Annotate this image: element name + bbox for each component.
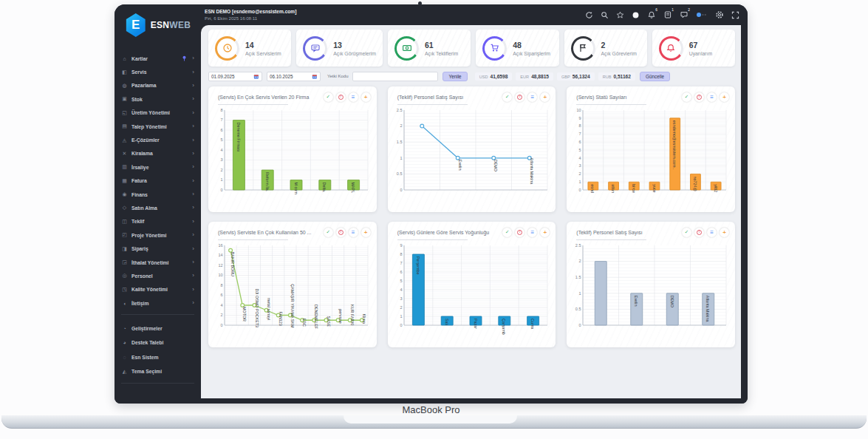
chat-icon[interactable]: 2 bbox=[680, 10, 688, 19]
stat-card-acik-servislerim[interactable]: 14Açık Servislerim bbox=[208, 30, 291, 67]
move-icon[interactable]: + bbox=[361, 228, 371, 237]
sidebar-item-siparis[interactable]: ◨Sipariş› bbox=[121, 242, 194, 255]
sidebar-item-i-letisim[interactable]: ◖İletişim› bbox=[121, 296, 194, 310]
sidebar-item-esn-sistem[interactable]: ◌Esn Sistem bbox=[121, 350, 194, 364]
check-icon[interactable]: ✓ bbox=[502, 92, 512, 102]
refresh-icon[interactable] bbox=[585, 11, 593, 19]
category-label: Çarşamba bbox=[502, 319, 506, 335]
stat-card-uyarilarim[interactable]: 67Uyarılarım bbox=[652, 30, 735, 67]
legend-icon[interactable]: ≡ bbox=[349, 228, 358, 237]
stat-card-acik-gorusmelerim[interactable]: 13Açık Görüşmelerim bbox=[296, 30, 383, 67]
date-from-field[interactable] bbox=[208, 72, 262, 81]
sidebar-item-pazarlama[interactable]: ◍Pazarlama› bbox=[121, 79, 194, 92]
settings-gear-icon[interactable] bbox=[715, 10, 724, 19]
charts-grid: (Servis) En Çok Servis Verilen 20 Firma✓… bbox=[208, 86, 735, 347]
theme-dot-icon[interactable] bbox=[632, 11, 640, 19]
alert-icon[interactable]: ! bbox=[515, 228, 524, 237]
date-to-input[interactable] bbox=[270, 74, 310, 79]
sidebar-item-proje-yonetimi[interactable]: ◰Proje Yönetimi› bbox=[121, 228, 194, 242]
rate-value: 41,6598 bbox=[490, 74, 508, 79]
sidebar-item-uretim-yonetimi[interactable]: ◱Üretim Yönetimi› bbox=[121, 106, 194, 120]
sidebar-item-kalite-yonetimi[interactable]: ◳Kalite Yönetimi› bbox=[121, 283, 194, 296]
chevron-right-icon: › bbox=[192, 151, 194, 157]
yetki-kodu-input[interactable] bbox=[352, 72, 438, 81]
sidebar-item-fatura[interactable]: ▦Fatura› bbox=[121, 174, 194, 188]
chat-badge: 2 bbox=[686, 7, 691, 13]
sidebar-item-i-thalat-yonetimi[interactable]: ◲İthalat Yönetimi› bbox=[121, 256, 194, 269]
legend-icon[interactable]: ≡ bbox=[527, 228, 537, 237]
chevron-right-icon: › bbox=[192, 69, 194, 75]
documents-icon[interactable]: 1 bbox=[663, 10, 672, 19]
sidebar-item-stok[interactable]: ▣Stok› bbox=[121, 92, 194, 106]
dashboard-content: 14Açık Servislerim13Açık Görüşmelerim61A… bbox=[201, 25, 741, 398]
sidebar-item-finans[interactable]: ◉Finans› bbox=[121, 188, 194, 201]
search-icon[interactable] bbox=[601, 11, 609, 19]
announcement-icon[interactable]: 6 bbox=[647, 10, 656, 19]
stat-card-acik-siparislerim[interactable]: 48Açık Siparişlerim bbox=[476, 30, 558, 67]
y-tick-label: 16 bbox=[218, 243, 222, 248]
sidebar-item-personel[interactable]: ◎Personel› bbox=[121, 269, 194, 282]
guncelle-button[interactable]: Güncelle bbox=[640, 72, 670, 81]
sidebar-item-teklif[interactable]: ◫Teklif› bbox=[121, 215, 194, 228]
fullscreen-icon[interactable] bbox=[731, 11, 739, 19]
stat-value: 2 bbox=[601, 41, 637, 50]
sidebar-item-destek-talebi[interactable]: ◕Destek Talebi bbox=[121, 336, 194, 350]
date-to-field[interactable] bbox=[267, 72, 321, 81]
move-icon[interactable]: + bbox=[720, 92, 729, 102]
stat-value: 67 bbox=[689, 41, 712, 50]
alert-icon[interactable]: ! bbox=[515, 92, 524, 102]
star-icon[interactable] bbox=[616, 11, 624, 19]
move-icon[interactable]: + bbox=[720, 228, 729, 237]
category-label: MOTOR bbox=[242, 307, 247, 321]
contact-icon: ◖ bbox=[121, 301, 128, 306]
alert-icon[interactable]: ! bbox=[336, 92, 346, 102]
stat-text: 13Açık Görüşmelerim bbox=[333, 41, 376, 56]
category-label: DENEMELEF bbox=[314, 304, 318, 330]
sidebar-item-satin-alma[interactable]: ◇Satın Alma› bbox=[121, 201, 194, 214]
legend-icon[interactable]: ≡ bbox=[707, 228, 717, 237]
check-icon[interactable]: ✓ bbox=[324, 92, 333, 102]
theme-icon: ◭ bbox=[121, 369, 128, 375]
invoice-icon: ▦ bbox=[121, 178, 128, 184]
sidebar-item-talep-yonetimi[interactable]: ▤Talep Yönetimi› bbox=[121, 120, 194, 133]
check-icon[interactable]: ✓ bbox=[324, 228, 333, 237]
stat-text: 14Açık Servislerim bbox=[245, 41, 281, 56]
sidebar-item-i-rsaliye[interactable]: ▥İrsaliye› bbox=[121, 160, 194, 174]
yenile-button[interactable]: Yenile bbox=[442, 72, 467, 81]
sidebar-item-kiralama[interactable]: ✕Kiralama› bbox=[121, 147, 194, 160]
progress-ring bbox=[571, 36, 595, 61]
alert-icon[interactable]: ! bbox=[694, 228, 704, 237]
move-icon[interactable]: + bbox=[540, 228, 550, 237]
title-underline bbox=[397, 104, 468, 105]
sidebar-item-e-cozumler[interactable]: ◬E-Çözümler› bbox=[121, 133, 194, 146]
category-label: ÇAMAŞIR YIKAMA SKM bbox=[290, 284, 295, 328]
sidebar-item-label: Esn Sistem bbox=[131, 355, 159, 360]
legend-icon[interactable]: ≡ bbox=[527, 92, 537, 102]
legend-icon[interactable]: ≡ bbox=[707, 92, 717, 102]
toggle-icon[interactable] bbox=[696, 11, 708, 18]
sidebar-item-servis[interactable]: ◧Servis› bbox=[121, 65, 194, 78]
y-tick-label: 1.5 bbox=[397, 140, 403, 144]
sidebar-item-kartlar[interactable]: ⌂Kartlar› bbox=[121, 52, 194, 65]
alert-icon[interactable]: ! bbox=[336, 228, 346, 237]
project-icon: ◰ bbox=[121, 232, 128, 238]
date-from-input[interactable] bbox=[211, 74, 252, 79]
y-tick-label: 3 bbox=[400, 296, 402, 301]
check-icon[interactable]: ✓ bbox=[682, 228, 691, 237]
chevron-right-icon: › bbox=[192, 191, 194, 197]
check-icon[interactable]: ✓ bbox=[502, 228, 512, 237]
sidebar-item-tema-secimi[interactable]: ◭Tema Seçimi bbox=[121, 364, 194, 379]
stat-card-acik-gorevlerim[interactable]: 2Açık Görevlerim bbox=[564, 30, 647, 67]
move-icon[interactable]: + bbox=[540, 92, 550, 102]
rental-icon: ✕ bbox=[121, 151, 128, 157]
legend-icon[interactable]: ≡ bbox=[349, 92, 358, 102]
sidebar-item-gelistirmeler[interactable]: ◔Geliştirmeler bbox=[121, 321, 194, 336]
category-label: atlan bbox=[611, 184, 615, 193]
brand-logo[interactable]: E ESNWEB bbox=[115, 4, 201, 46]
stat-card-acik-tekliflerim[interactable]: 61Açık Tekliflerim bbox=[388, 30, 471, 67]
move-icon[interactable]: + bbox=[361, 92, 371, 102]
check-icon[interactable]: ✓ bbox=[682, 92, 691, 102]
chevron-right-icon: › bbox=[192, 205, 194, 211]
sidebar-item-label: Fatura bbox=[131, 178, 147, 183]
alert-icon[interactable]: ! bbox=[694, 92, 704, 102]
